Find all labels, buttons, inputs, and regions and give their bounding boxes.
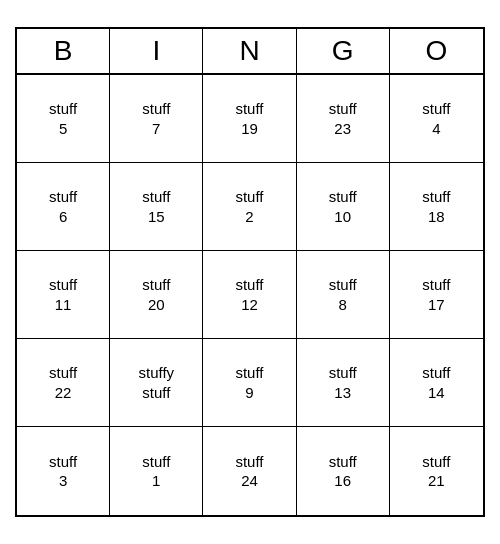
header-cell-o: O (390, 29, 483, 73)
bingo-cell-6: stuff15 (110, 163, 203, 251)
bingo-cell-8: stuff10 (297, 163, 390, 251)
bingo-cell-22: stuff24 (203, 427, 296, 515)
bingo-cell-4: stuff4 (390, 75, 483, 163)
bingo-cell-20: stuff3 (17, 427, 110, 515)
header-cell-g: G (297, 29, 390, 73)
bingo-cell-0: stuff5 (17, 75, 110, 163)
bingo-cell-12: stuff12 (203, 251, 296, 339)
bingo-cell-21: stuff1 (110, 427, 203, 515)
bingo-cell-16: stuffystuff (110, 339, 203, 427)
bingo-cell-23: stuff16 (297, 427, 390, 515)
header-cell-b: B (17, 29, 110, 73)
bingo-grid: stuff5stuff7stuff19stuff23stuff4stuff6st… (17, 75, 483, 515)
bingo-cell-3: stuff23 (297, 75, 390, 163)
header-cell-i: I (110, 29, 203, 73)
bingo-cell-24: stuff21 (390, 427, 483, 515)
bingo-cell-5: stuff6 (17, 163, 110, 251)
bingo-cell-15: stuff22 (17, 339, 110, 427)
bingo-cell-9: stuff18 (390, 163, 483, 251)
bingo-cell-17: stuff9 (203, 339, 296, 427)
bingo-header: BINGO (17, 29, 483, 75)
bingo-cell-18: stuff13 (297, 339, 390, 427)
bingo-cell-19: stuff14 (390, 339, 483, 427)
bingo-cell-14: stuff17 (390, 251, 483, 339)
bingo-cell-2: stuff19 (203, 75, 296, 163)
bingo-cell-7: stuff2 (203, 163, 296, 251)
bingo-cell-11: stuff20 (110, 251, 203, 339)
bingo-cell-1: stuff7 (110, 75, 203, 163)
bingo-cell-10: stuff11 (17, 251, 110, 339)
bingo-card: BINGO stuff5stuff7stuff19stuff23stuff4st… (15, 27, 485, 517)
bingo-cell-13: stuff8 (297, 251, 390, 339)
header-cell-n: N (203, 29, 296, 73)
